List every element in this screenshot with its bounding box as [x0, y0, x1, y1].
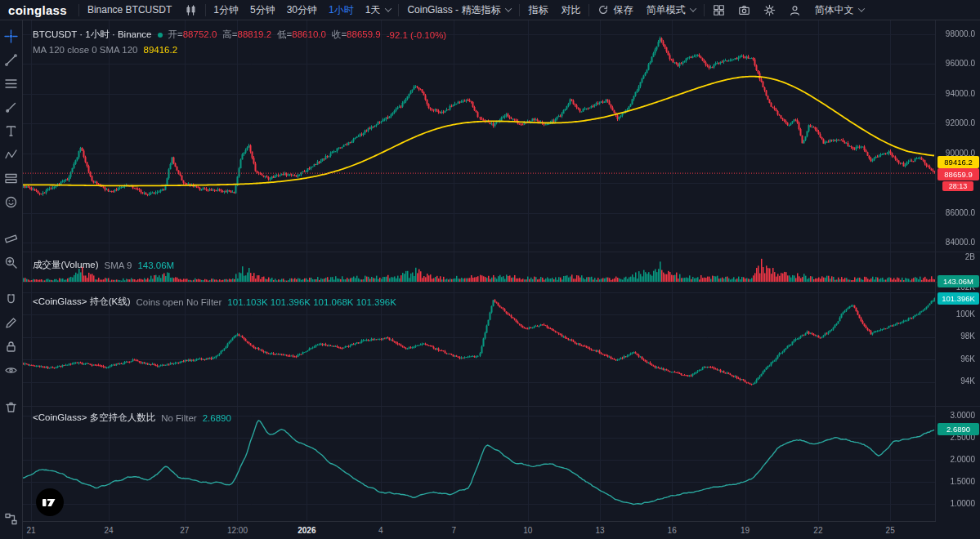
pencil-icon [4, 316, 18, 330]
time-label: 10 [523, 526, 532, 535]
low-value: 88610.0 [292, 29, 326, 39]
ls-tick: 1.5000 [950, 476, 975, 488]
brush-tool-button[interactable] [0, 96, 23, 119]
price-tick: 86000.0 [946, 207, 975, 219]
zoom-tool-button[interactable] [0, 251, 23, 274]
ls-value: 2.6890 [203, 413, 231, 423]
time-label: 13 [595, 526, 604, 535]
measure-tool-button[interactable] [0, 227, 23, 251]
ls-badge: 2.6890 [937, 423, 979, 435]
market-status-dot [158, 33, 163, 38]
ma-price-badge: 89416.2 [937, 156, 979, 168]
oi-tick: 94K [960, 376, 975, 387]
long-position-icon [4, 172, 18, 185]
smiley-icon [4, 195, 18, 209]
cloud-sync-icon [597, 4, 609, 16]
last-price-badge: 88659.9 [937, 168, 979, 180]
indicator-preset-dropdown[interactable]: CoinGlass - 精选指标 [401, 0, 517, 20]
layout-grid-button[interactable] [706, 0, 732, 20]
divider [519, 4, 520, 16]
high-value: 88819.2 [238, 29, 272, 39]
oi-tick: 98K [960, 331, 975, 342]
trash-icon [4, 400, 18, 414]
timeframe-1m[interactable]: 1分钟 [208, 0, 244, 20]
position-tool-button[interactable] [0, 167, 23, 190]
fib-lines-icon [4, 77, 18, 91]
compare-button[interactable]: 对比 [554, 0, 587, 20]
account-button[interactable] [782, 0, 808, 20]
object-tree-button[interactable] [0, 507, 23, 531]
time-label: 2026 [298, 526, 315, 535]
ma-label: MA 120 close 0 SMA 120 [33, 45, 138, 55]
oi-values: 101.103K 101.396K 101.068K 101.396K [227, 297, 396, 307]
volume-tick: 2B [965, 252, 975, 263]
tradingview-logo[interactable] [35, 488, 65, 517]
chevron-down-icon [505, 5, 512, 11]
price-axis[interactable]: 98000.0 96000.0 94000.0 92000.0 90000.0 … [935, 20, 980, 521]
timeframe-1d-dropdown[interactable]: 1天 [360, 0, 397, 20]
time-label: 12:00 [227, 526, 248, 535]
crosshair-icon [4, 29, 18, 43]
divider [78, 4, 79, 16]
gear-icon [763, 4, 776, 16]
pane-divider[interactable] [23, 282, 980, 283]
price-tick: 94000.0 [946, 88, 975, 100]
simple-mode-dropdown[interactable]: 简单模式 [639, 0, 702, 20]
crosshair-tool-button[interactable] [0, 24, 23, 48]
time-label: 7 [451, 526, 456, 535]
text-tool-button[interactable] [0, 119, 23, 143]
trendline-tool-button[interactable] [0, 48, 23, 72]
volume-badge: 143.06M [937, 275, 979, 287]
fib-retracement-tool-button[interactable] [0, 72, 23, 96]
screenshot-button[interactable] [732, 0, 757, 20]
bar-countdown-badge: 28:13 [942, 181, 973, 191]
time-axis[interactable]: 21242712:00202647101316192225 [23, 521, 936, 539]
user-icon [789, 4, 801, 16]
price-tick: 92000.0 [946, 118, 975, 129]
ruler-icon [4, 232, 18, 246]
grid-icon [713, 4, 725, 16]
time-label: 22 [813, 526, 822, 535]
time-label: 19 [741, 526, 750, 535]
chart-style-button[interactable] [178, 0, 204, 20]
long-short-legend: <CoinGlass> 多空持仓人数比 No Filter 2.6890 [33, 412, 231, 424]
ma-value: 89416.2 [144, 45, 178, 55]
magnet-icon [4, 292, 18, 306]
camera-icon [738, 4, 750, 16]
hide-drawings-button[interactable] [0, 359, 23, 382]
eye-icon [4, 363, 18, 377]
timeframe-30m[interactable]: 30分钟 [281, 0, 323, 20]
time-label: 25 [886, 526, 895, 535]
xabcd-pattern-icon [4, 148, 18, 162]
pattern-tool-button[interactable] [0, 143, 23, 167]
time-label: 4 [378, 526, 383, 535]
open-value: 88752.0 [183, 29, 217, 39]
pane-divider[interactable] [23, 252, 980, 252]
magnet-tool-button[interactable] [0, 287, 23, 311]
ma-legend: MA 120 close 0 SMA 120 89416.2 [33, 45, 177, 55]
emoji-tool-button[interactable] [0, 190, 23, 214]
divider [205, 4, 206, 16]
timeframe-5m[interactable]: 5分钟 [244, 0, 281, 20]
drawing-mode-tool-button[interactable] [0, 311, 23, 335]
divider [398, 4, 399, 16]
symbol-label: Binance BTCUSDT [87, 4, 172, 16]
language-dropdown[interactable]: 简体中文 [808, 0, 870, 20]
lock-drawings-button[interactable] [0, 335, 23, 359]
settings-button[interactable] [757, 0, 782, 20]
save-button[interactable]: 保存 [591, 0, 639, 20]
timeframe-1h[interactable]: 1小时 [323, 0, 360, 20]
pane-divider[interactable] [23, 406, 980, 407]
open-interest-legend: <CoinGlass> 持仓(K线) Coins open No Filter … [33, 296, 396, 308]
remove-drawings-button[interactable] [0, 395, 23, 419]
divider [588, 4, 589, 16]
oi-tick: 100K [956, 309, 975, 320]
symbol-button[interactable]: Binance BTCUSDT [81, 0, 178, 20]
candles-icon [185, 4, 197, 16]
indicators-button[interactable]: 指标 [521, 0, 554, 20]
price-chart-canvas[interactable] [23, 20, 936, 252]
coinglass-logo[interactable]: coinglass [0, 3, 77, 17]
oi-badge: 101.396K [937, 292, 979, 305]
volume-legend: 成交量(Volume) SMA 9 143.06M [33, 259, 174, 271]
ohlc-legend: BTCUSDT · 1小时 · Binance 开=88752.0 高=8881… [33, 29, 446, 41]
